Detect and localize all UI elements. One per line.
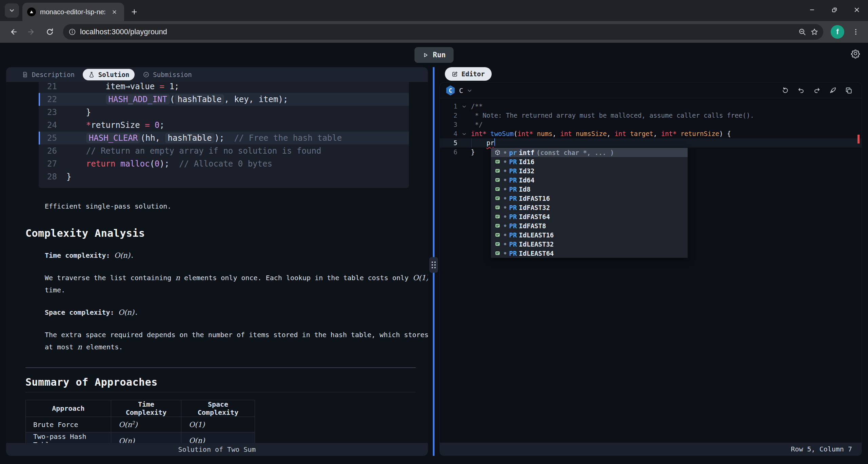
panel-resize-divider[interactable] bbox=[428, 67, 439, 456]
table-row: Two-pass Hash Table O(n) O(n) bbox=[26, 432, 255, 443]
back-button[interactable] bbox=[5, 24, 21, 40]
table-row: Brute Force O(n2) O(1) bbox=[26, 417, 255, 432]
math-inline: O(n) bbox=[118, 308, 134, 316]
redo-icon[interactable] bbox=[813, 86, 821, 94]
text-cursor bbox=[494, 138, 495, 146]
text-kind-icon bbox=[494, 241, 501, 247]
bookmark-star-icon[interactable] bbox=[810, 28, 818, 36]
complexity-heading: Complexity Analysis bbox=[25, 227, 416, 239]
minimize-button[interactable] bbox=[801, 0, 823, 20]
text-kind-icon bbox=[494, 250, 501, 256]
fold-chevron-icon[interactable] bbox=[457, 102, 471, 111]
suggestion-item[interactable]: •PRIdFAST32 bbox=[491, 203, 688, 212]
run-button[interactable]: Run bbox=[415, 47, 454, 63]
tab-search-button[interactable] bbox=[5, 3, 19, 18]
profile-avatar[interactable]: f bbox=[831, 25, 844, 39]
editor-line: 3 */ bbox=[440, 120, 862, 129]
tab-solution[interactable]: Solution bbox=[83, 69, 135, 80]
function-kind-icon bbox=[494, 149, 501, 156]
code-token: hashTable bbox=[175, 94, 224, 104]
url-bar[interactable]: localhost:3000/playground bbox=[63, 24, 823, 40]
chevron-down-icon bbox=[8, 7, 15, 14]
restore-button[interactable] bbox=[823, 0, 846, 20]
suggestion-item[interactable]: •printf(const char *, ... ) bbox=[491, 148, 688, 157]
new-tab-button[interactable] bbox=[127, 4, 142, 19]
code-token: */ bbox=[471, 120, 482, 129]
editor-line: 2 * Note: The returned array must be mal… bbox=[440, 111, 862, 120]
close-window-button[interactable] bbox=[846, 0, 868, 20]
reload-button[interactable] bbox=[42, 24, 58, 40]
math-inline: O(n) bbox=[114, 251, 130, 259]
table-header-row: Approach Time Complexity Space Complexit… bbox=[26, 400, 255, 417]
solution-content[interactable]: 21 item→value = 1; 22 HASH_ADD_INT(hashT… bbox=[6, 82, 428, 443]
space-cell: O(1) bbox=[181, 417, 255, 432]
code-token: HASH_CLEAR bbox=[86, 133, 141, 143]
copy-code-icon[interactable] bbox=[845, 86, 853, 94]
suggestion-item[interactable]: •PRId8 bbox=[491, 185, 688, 194]
tab-submission[interactable]: Submission bbox=[137, 69, 197, 80]
approaches-table: Approach Time Complexity Space Complexit… bbox=[25, 400, 255, 443]
divider-grip-handle[interactable] bbox=[429, 257, 438, 273]
reset-code-icon[interactable] bbox=[781, 86, 789, 94]
edit-pencil-icon bbox=[452, 71, 458, 77]
suggestion-item[interactable]: •PRIdFAST16 bbox=[491, 194, 688, 203]
text-kind-icon bbox=[494, 213, 501, 220]
browser-menu-icon[interactable] bbox=[849, 24, 863, 39]
document-icon bbox=[22, 71, 28, 78]
tab-editor[interactable]: Editor bbox=[445, 67, 492, 81]
browser-tab[interactable]: monaco-editor-lsp-next bbox=[22, 3, 124, 21]
editor-code-area[interactable]: 1 /** 2 * Note: The returned array must … bbox=[440, 98, 862, 443]
space-complexity-detail: The extra space required depends on the … bbox=[45, 329, 428, 353]
browser-toolbar: localhost:3000/playground f bbox=[0, 21, 868, 43]
code-line: 24 *returnSize = 0; bbox=[39, 119, 409, 132]
suggestion-item[interactable]: •PRIdLEAST16 bbox=[491, 230, 688, 239]
suggestion-item[interactable]: •PRId16 bbox=[491, 157, 688, 166]
suggestion-item[interactable]: •PRIdFAST8 bbox=[491, 221, 688, 230]
code-token: * Note: The returned array must be mallo… bbox=[471, 111, 754, 120]
approach-cell: Brute Force bbox=[26, 417, 111, 432]
suggestion-item[interactable]: •PRId64 bbox=[491, 175, 688, 185]
time-cell: O(n) bbox=[111, 432, 181, 443]
suggestion-item[interactable]: •PRId32 bbox=[491, 166, 688, 175]
code-token: } bbox=[471, 148, 475, 157]
time-complexity-detail: We traverse the list containing n elemen… bbox=[45, 272, 428, 296]
forward-button[interactable] bbox=[24, 24, 39, 40]
nextjs-favicon-icon bbox=[27, 7, 36, 16]
editor-line: 1 /** bbox=[440, 102, 862, 111]
suggestion-item[interactable]: •PRIdLEAST32 bbox=[491, 239, 688, 249]
time-cell: O(n2) bbox=[111, 417, 181, 432]
indent-guide bbox=[471, 138, 472, 148]
undo-icon[interactable] bbox=[797, 86, 805, 94]
format-code-icon[interactable] bbox=[829, 86, 837, 94]
site-info-icon[interactable] bbox=[68, 28, 76, 36]
fold-chevron-icon[interactable] bbox=[457, 129, 471, 138]
code-line: 27 return malloc(0); // Allocate 0 bytes bbox=[39, 157, 409, 170]
tab-close-icon[interactable] bbox=[109, 7, 119, 17]
code-token: 1; bbox=[164, 82, 179, 91]
math-inline: O(1) bbox=[413, 274, 428, 282]
section-divider bbox=[25, 367, 416, 368]
tab-description[interactable]: Description bbox=[16, 69, 80, 80]
code-line: 21 item→value = 1; bbox=[39, 82, 409, 93]
code-line: 23 } bbox=[39, 106, 409, 119]
suggestion-item[interactable]: •PRIdFAST64 bbox=[491, 212, 688, 221]
tab-title: monaco-editor-lsp-next bbox=[40, 8, 105, 16]
text-kind-icon bbox=[494, 158, 501, 165]
window-controls bbox=[801, 0, 868, 20]
editor-current-line: 5 pr bbox=[440, 138, 862, 148]
browser-tab-bar: monaco-editor-lsp-next bbox=[0, 0, 868, 21]
editor-toolbar: C C bbox=[440, 83, 862, 98]
editor-status-bar: Row 5, Column 7 bbox=[440, 443, 862, 456]
editor-tab-row: Editor bbox=[439, 67, 862, 82]
code-line-highlighted: 22 HASH_ADD_INT(hashTable, key, item); bbox=[39, 93, 409, 106]
summary-heading: Summary of Approaches bbox=[25, 376, 416, 392]
solution-note: Efficient single-pass solution. bbox=[45, 200, 428, 212]
language-selector-chevron-icon[interactable] bbox=[467, 88, 473, 94]
suggestion-item[interactable]: •PRIdLEAST64 bbox=[491, 249, 688, 258]
editor-actions bbox=[781, 86, 855, 94]
math-inline: n bbox=[77, 343, 82, 351]
zoom-out-icon[interactable] bbox=[798, 28, 806, 36]
settings-gear-icon[interactable] bbox=[850, 49, 861, 59]
approach-cell: Two-pass Hash Table bbox=[26, 432, 111, 443]
playground-page: Run Description Solution Submission bbox=[0, 43, 868, 464]
